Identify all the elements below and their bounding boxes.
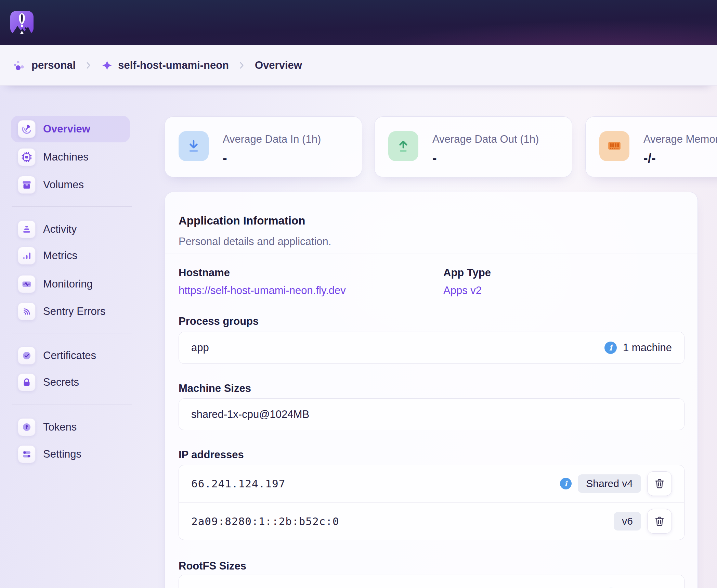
trash-icon <box>654 478 665 489</box>
delete-ip-button[interactable] <box>647 509 672 534</box>
bar-chart-icon <box>18 247 36 265</box>
badge-check-icon <box>18 347 36 365</box>
ip-row-v4: 66.241.124.197 i Shared v4 <box>179 465 684 502</box>
delete-ip-button[interactable] <box>647 471 672 496</box>
sidebar-item-label: Overview <box>43 123 90 135</box>
process-groups-box: app i 1 machine <box>179 332 685 364</box>
machine-sizes-box: shared-1x-cpu@1024MB <box>179 398 685 430</box>
stat-card-data-out: Average Data Out (1h) - <box>374 116 572 177</box>
sidebar-item-label: Tokens <box>43 421 77 433</box>
process-group-name: app <box>191 342 209 354</box>
sidebar-nav: Overview Machines <box>11 0 158 588</box>
ip-address-v4: 66.241.124.197 <box>191 477 285 490</box>
process-group-row: app i 1 machine <box>179 332 684 363</box>
sidebar-item-secrets[interactable]: Secrets <box>11 369 130 396</box>
memory-ram-icon <box>599 131 629 161</box>
arrow-up-from-line-icon <box>388 131 418 161</box>
activity-layers-icon <box>18 220 36 238</box>
ip-addresses-label: IP addresses <box>179 449 244 461</box>
ip-type-badge: v6 <box>614 512 641 531</box>
stat-label: Average Data Out (1h) <box>432 133 539 145</box>
card-subtitle: Personal details and application. <box>179 235 331 248</box>
sidebar-item-volumes[interactable]: Volumes <box>11 171 130 198</box>
stat-value: - <box>223 151 227 166</box>
sidebar-item-label: Secrets <box>43 376 79 388</box>
card-title: Application Information <box>179 214 305 227</box>
sidebar-item-sentry-errors[interactable]: Sentry Errors <box>11 298 130 325</box>
chevron-right-icon <box>239 61 245 70</box>
fly-dashboard-screen: personal self-host-umami-neon Overview <box>0 0 717 588</box>
sidebar-item-activity[interactable]: Activity <box>11 216 130 243</box>
breadcrumb-page-label: Overview <box>255 59 302 72</box>
info-icon[interactable]: i <box>604 342 617 354</box>
ip-addresses-box: 66.241.124.197 i Shared v4 <box>179 465 685 540</box>
cpu-chip-icon <box>18 148 36 166</box>
rootfs-sizes-label: RootFS Sizes <box>179 560 246 572</box>
package-box-icon <box>18 176 36 194</box>
sidebar-item-tokens[interactable]: Tokens <box>11 414 130 440</box>
sidebar-item-label: Sentry Errors <box>43 305 106 318</box>
stat-value: -/- <box>643 151 656 166</box>
stat-label: Average Memory <box>643 133 717 145</box>
hostname-link[interactable]: https://self-host-umami-neon.fly.dev <box>179 284 346 297</box>
info-icon[interactable]: i <box>560 478 572 489</box>
arrow-down-to-line-icon <box>179 131 209 161</box>
stat-card-memory: Average Memory -/- <box>585 116 717 177</box>
lock-icon <box>18 373 36 391</box>
app-type-label: App Type <box>443 267 491 279</box>
sidebar-divider <box>12 405 132 405</box>
sidebar-item-machines[interactable]: Machines <box>11 144 130 170</box>
hostname-label: Hostname <box>179 267 230 279</box>
ip-row-v6: 2a09:8280:1::2b:b52c:0 v6 <box>179 503 684 540</box>
sidebar-item-certificates[interactable]: Certificates <box>11 342 130 369</box>
stat-value: - <box>432 151 437 166</box>
rootfs-row: 471 MB i 1 machine <box>179 575 684 588</box>
trash-icon <box>654 515 665 527</box>
card-divider <box>165 254 698 254</box>
app-type-value[interactable]: Apps v2 <box>443 284 482 297</box>
sliders-icon <box>18 445 36 463</box>
pulse-monitor-icon <box>18 275 36 293</box>
sidebar-item-label: Volumes <box>43 179 84 191</box>
sidebar-divider <box>12 206 132 207</box>
sidebar-divider <box>12 333 132 333</box>
sidebar-item-overview[interactable]: Overview <box>11 116 130 142</box>
sidebar-item-settings[interactable]: Settings <box>11 441 130 468</box>
sidebar-item-label: Machines <box>43 151 89 163</box>
rootfs-sizes-box: 471 MB i 1 machine <box>179 575 685 588</box>
stat-label: Average Data In (1h) <box>223 133 321 145</box>
overview-radar-icon <box>18 120 36 138</box>
sidebar-item-label: Activity <box>43 223 77 235</box>
machine-size-row: shared-1x-cpu@1024MB <box>179 399 684 430</box>
ip-address-v6: 2a09:8280:1::2b:b52c:0 <box>191 515 339 527</box>
sidebar-item-label: Certificates <box>43 349 96 362</box>
keyhole-icon <box>18 418 36 436</box>
process-group-machines: 1 machine <box>623 342 672 354</box>
sidebar-item-monitoring[interactable]: Monitoring <box>11 271 130 297</box>
stat-card-data-in: Average Data In (1h) - <box>165 116 362 177</box>
sidebar-item-metrics[interactable]: Metrics <box>11 242 130 269</box>
machine-size-value: shared-1x-cpu@1024MB <box>191 408 309 421</box>
sentry-icon <box>18 303 36 320</box>
ip-type-badge: Shared v4 <box>578 474 641 493</box>
sidebar-item-label: Settings <box>43 448 81 460</box>
application-information-card: Application Information Personal details… <box>165 192 698 588</box>
breadcrumb-page[interactable]: Overview <box>255 59 302 72</box>
machine-sizes-label: Machine Sizes <box>179 382 251 395</box>
process-groups-label: Process groups <box>179 315 259 328</box>
sidebar-item-label: Metrics <box>43 250 77 262</box>
sidebar-item-label: Monitoring <box>43 278 93 290</box>
